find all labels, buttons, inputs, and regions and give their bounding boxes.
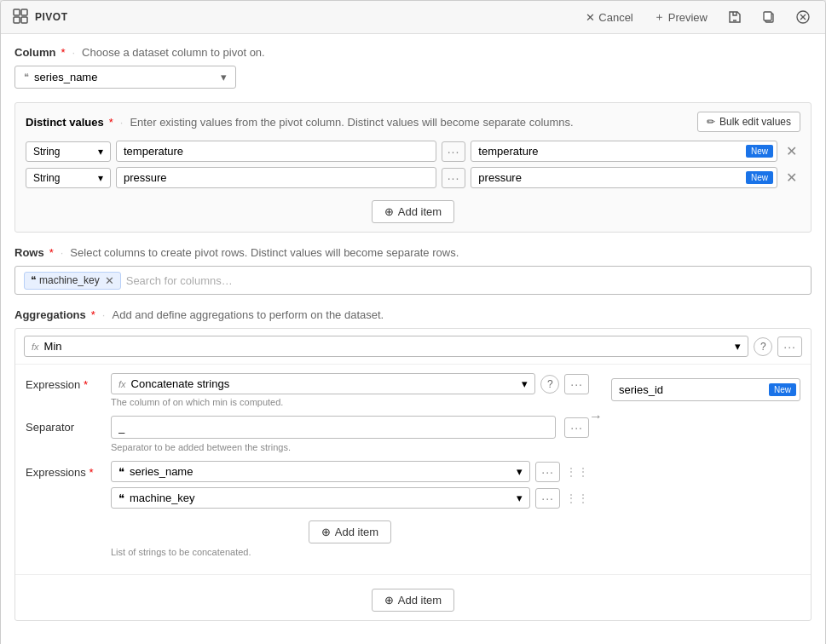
fn-icon-2: fx [118, 379, 126, 389]
pivot-icon [13, 9, 28, 26]
modal-header: PIVOT ✕ Cancel ＋ Preview [1, 1, 825, 34]
svg-rect-2 [14, 17, 20, 23]
x-icon: ✕ [586, 11, 595, 24]
remove-row-1-button[interactable]: ✕ [783, 143, 800, 159]
separator-input-wrap [111, 416, 556, 439]
type-select-1[interactable]: String ▾ [26, 141, 111, 162]
modal-title: PIVOT [35, 11, 68, 23]
expression-fn-select[interactable]: fx Concatenate strings ▾ [111, 373, 535, 394]
type-select-2[interactable]: String ▾ [26, 168, 111, 188]
dots-button-1[interactable]: ··· [442, 141, 466, 162]
preview-button[interactable]: ＋ Preview [650, 8, 711, 26]
expr-select-2[interactable]: ❝ machine_key ▾ [111, 487, 530, 509]
chevron-down-icon: ▾ [517, 492, 523, 504]
aggregations-section-label: Aggregations * · Add and define aggregat… [14, 308, 812, 321]
remove-row-2-button[interactable]: ✕ [783, 170, 800, 186]
distinct-values-section: Distinct values * · Enter existing value… [14, 102, 812, 233]
agg-body: Expression * fx Concatenate strings ▾ [15, 365, 811, 574]
expr-row-1: ❝ series_name ▾ ··· ⋮⋮ [111, 461, 589, 482]
agg-header-row: fx Min ▾ ? ··· [15, 329, 811, 365]
svg-rect-1 [21, 9, 27, 15]
distinct-input-1[interactable] [116, 141, 436, 162]
quote-icon: ❝ [31, 274, 36, 286]
plus-circle-icon-2: ⊕ [321, 526, 331, 538]
drag-handle-2[interactable]: ⋮⋮ [565, 492, 589, 505]
header-left: PIVOT [13, 9, 68, 26]
output-field[interactable] [612, 379, 769, 400]
distinct-header-left: Distinct values * · Enter existing value… [26, 116, 574, 129]
plus-icon: ＋ [654, 9, 665, 25]
agg-add-item-button[interactable]: ⊕ Add item [372, 589, 454, 612]
column-select-dropdown[interactable]: ❝ series_name ▾ [14, 66, 236, 89]
dots-button-2[interactable]: ··· [442, 168, 466, 188]
output-wrap-1: New [471, 141, 777, 162]
agg-dots-button[interactable]: ··· [777, 336, 802, 357]
rows-input-wrap[interactable]: ❝ machine_key ✕ Search for columns… [14, 266, 812, 295]
copy-icon-button[interactable] [759, 9, 779, 26]
chevron-down-icon: ▾ [735, 340, 741, 353]
machine-key-tag: ❝ machine_key ✕ [24, 272, 121, 290]
pencil-icon: ✏ [707, 116, 715, 128]
expression-row: Expression * fx Concatenate strings ▾ [26, 373, 589, 407]
expr-row-2: ❝ machine_key ▾ ··· ⋮⋮ [111, 487, 589, 509]
bulk-edit-button[interactable]: ✏ Bulk edit values [697, 112, 800, 132]
distinct-input-2[interactable] [116, 167, 436, 188]
tag-close-button[interactable]: ✕ [105, 274, 114, 287]
close-icon-button[interactable] [793, 9, 813, 26]
expression-dots-button[interactable]: ··· [564, 374, 589, 394]
plus-circle-icon: ⊕ [384, 205, 394, 218]
chevron-down-icon: ▾ [221, 71, 227, 83]
column-select-wrap: ❝ series_name ▾ [14, 66, 812, 89]
distinct-header: Distinct values * · Enter existing value… [26, 112, 800, 132]
header-right: ✕ Cancel ＋ Preview [582, 8, 813, 26]
expr-add-item-button[interactable]: ⊕ Add item [309, 520, 391, 543]
distinct-row: String ▾ ··· New ✕ [26, 141, 800, 162]
drag-handle-1[interactable]: ⋮⋮ [565, 465, 589, 479]
output-field-wrap: New [611, 378, 800, 401]
column-section: Column * · Choose a dataset column to pi… [14, 46, 812, 89]
quote-icon: ❝ [24, 72, 29, 83]
help-button[interactable]: ? [754, 337, 772, 356]
separator-input[interactable] [112, 417, 555, 438]
output-new-badge: New [769, 383, 796, 396]
new-badge-2: New [746, 171, 773, 184]
chevron-down-icon: ▾ [98, 172, 103, 184]
agg-fn-select[interactable]: fx Min ▾ [24, 336, 748, 357]
aggregations-section: Aggregations * · Add and define aggregat… [14, 308, 812, 621]
type-label-1: String [33, 146, 60, 158]
separator-dots-button[interactable]: ··· [564, 417, 589, 438]
rows-section: Rows * · Select columns to create pivot … [14, 246, 812, 295]
expressions-row: Expressions * ❝ series_name [26, 461, 589, 557]
aggregations-box: fx Min ▾ ? ··· Expression [14, 328, 812, 621]
output-field-2[interactable] [471, 168, 746, 187]
new-badge-1: New [746, 145, 773, 158]
separator-row: Separator ··· Separator t [26, 416, 589, 452]
distinct-row-2: String ▾ ··· New ✕ [26, 167, 800, 188]
distinct-values-box: Distinct values * · Enter existing value… [14, 102, 812, 233]
expr-dots-button-1[interactable]: ··· [535, 462, 560, 482]
quote-icon: ❝ [118, 492, 124, 504]
column-section-label: Column * · Choose a dataset column to pi… [14, 46, 812, 59]
chevron-down-icon: ▾ [522, 377, 528, 390]
modal-body: Column * · Choose a dataset column to pi… [1, 34, 825, 644]
plus-circle-icon-3: ⊕ [384, 594, 394, 607]
distinct-add-item-button[interactable]: ⊕ Add item [372, 200, 454, 223]
fn-icon: fx [32, 342, 39, 352]
rows-section-label: Rows * · Select columns to create pivot … [14, 246, 812, 259]
svg-rect-5 [764, 12, 771, 20]
save-icon-button[interactable] [725, 9, 745, 26]
output-arrow: → [589, 378, 603, 424]
type-label-2: String [33, 172, 60, 184]
chevron-down-icon: ▾ [517, 465, 523, 478]
output-field-1[interactable] [471, 141, 746, 161]
chevron-down-icon: ▾ [98, 146, 103, 158]
expr-select-1[interactable]: ❝ series_name ▾ [111, 461, 530, 482]
quote-icon: ❝ [118, 465, 124, 478]
output-column: New [611, 378, 800, 401]
output-wrap-2: New [471, 167, 777, 188]
svg-rect-3 [21, 17, 27, 23]
expr-dots-button-2[interactable]: ··· [535, 488, 560, 509]
expression-help-button[interactable]: ? [540, 375, 559, 394]
svg-rect-0 [14, 9, 20, 15]
cancel-header-button[interactable]: ✕ Cancel [582, 9, 636, 26]
